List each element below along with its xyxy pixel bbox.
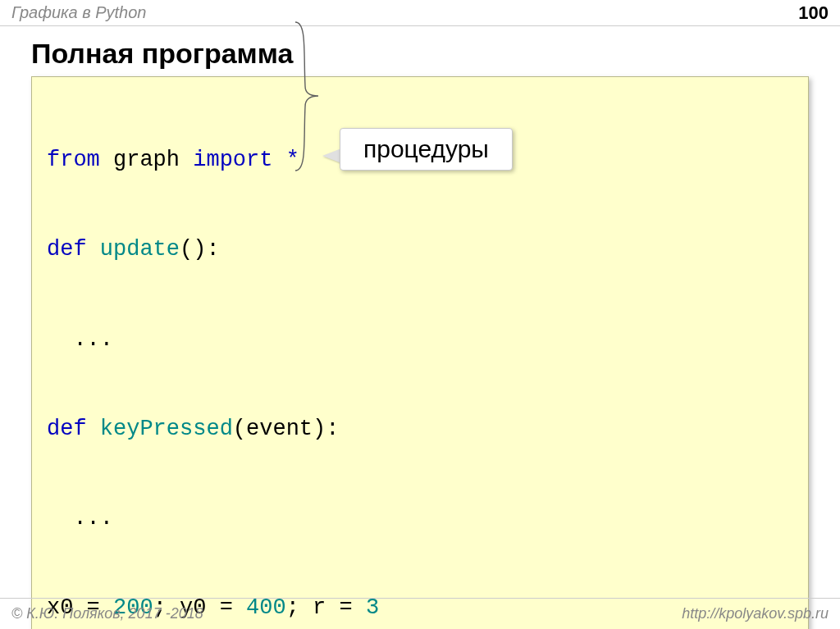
code-line: ... [47,504,793,533]
slide-title: Полная программа [31,38,840,70]
code-line: def keyPressed(event): [47,414,793,444]
code-line: ... [47,325,793,354]
curly-brace-icon [294,21,322,172]
footer-url: http://kpolyakov.spb.ru [682,605,829,622]
slide-header: Графика в Python 100 [0,0,840,26]
callout-label: процедуры [340,128,513,171]
page-number: 100 [798,2,829,24]
header-title: Графика в Python [11,3,146,22]
code-line: def update(): [47,235,793,264]
footer-copyright: © К.Ю. Поляков, 2017 -2018 [11,605,203,622]
slide-footer: © К.Ю. Поляков, 2017 -2018 http://kpolya… [0,598,840,629]
